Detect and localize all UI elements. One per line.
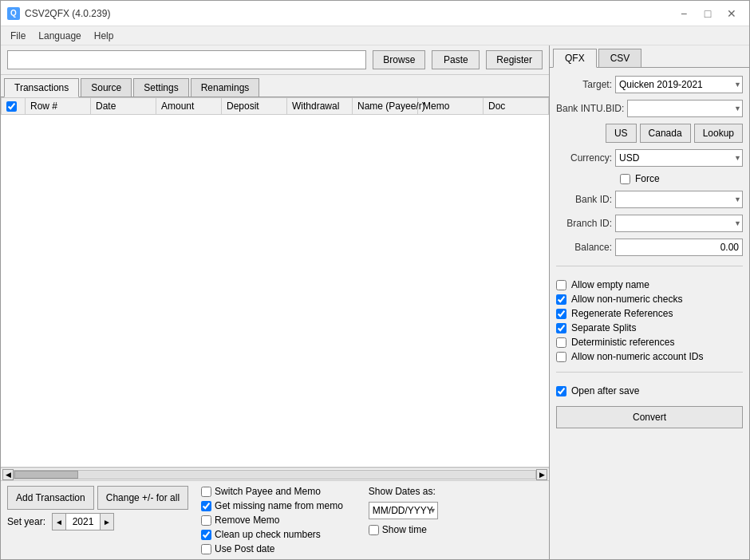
set-year-label: Set year: [7,516,45,527]
col-checkbox[interactable] [2,98,26,115]
bank-intu-bid-select[interactable] [627,100,743,117]
bottom-panel: Add Transaction Change +/- for all Set y… [1,480,549,559]
register-button[interactable]: Register [486,50,543,69]
allow-non-numeric-account-ids-label: Allow non-numeric account IDs [571,351,703,362]
menu-help[interactable]: Help [88,29,120,43]
add-transaction-button[interactable]: Add Transaction [7,486,94,510]
tab-source[interactable]: Source [81,78,132,97]
qfx-content: Target: Quicken 2019-2021 Quicken 2015-2… [550,68,749,559]
scroll-right-btn[interactable]: ▶ [536,469,547,480]
date-format-row: MM/DD/YYYY DD/MM/YYYY YYYY/MM/DD ▼ [369,502,438,519]
horizontal-scrollbar[interactable]: ◀ ▶ [1,467,549,480]
balance-input[interactable]: 0.00 [615,239,743,256]
scrollbar-thumb[interactable] [14,471,78,479]
allow-empty-name-checkbox[interactable] [556,280,566,290]
bank-id-select[interactable] [615,191,743,208]
allow-non-numeric-checks-checkbox[interactable] [556,294,566,305]
option-regenerate-references: Regenerate References [556,308,743,319]
bank-intu-bid-label: Bank INTU.BID: [556,103,624,114]
target-select-wrapper: Quicken 2019-2021 Quicken 2015-2018 Quic… [615,76,743,93]
get-missing-name-checkbox[interactable] [201,501,211,511]
allow-non-numeric-account-ids-checkbox[interactable] [556,352,566,362]
convert-button[interactable]: Convert [556,406,743,428]
tab-settings[interactable]: Settings [133,78,188,97]
left-tabs: Transactions Source Settings Renamings [1,75,549,97]
maximize-button[interactable]: □ [697,5,719,22]
close-button[interactable]: ✕ [720,5,743,22]
top-bar: Browse Paste Register [1,45,549,75]
col-deposit: Deposit [222,98,287,115]
menu-file[interactable]: File [4,29,32,43]
target-label: Target: [556,79,612,90]
action-buttons-row: Add Transaction Change +/- for all [7,486,188,510]
separate-splits-checkbox[interactable] [556,323,566,333]
clean-check-numbers-row: Clean up check numbers [201,529,343,540]
force-checkbox[interactable] [620,174,630,184]
title-bar-left: Q CSV2QFX (4.0.239) [7,7,110,20]
balance-row: Balance: 0.00 [556,239,743,256]
currency-select[interactable]: USD CAD EUR GBP [615,149,743,167]
menu-language[interactable]: Language [32,29,87,43]
select-all-checkbox[interactable] [6,101,17,112]
title-bar: Q CSV2QFX (4.0.239) − □ ✕ [1,1,749,26]
main-content: Browse Paste Register Transactions Sourc… [1,45,749,559]
show-time-checkbox[interactable] [369,525,379,535]
target-select[interactable]: Quicken 2019-2021 Quicken 2015-2018 Quic… [615,76,743,93]
currency-row: Currency: USD CAD EUR GBP ▼ [556,149,743,167]
bank-id-label: Bank ID: [556,194,612,205]
tab-transactions[interactable]: Transactions [4,78,79,97]
menu-bar: File Language Help [1,26,749,45]
deterministic-references-checkbox[interactable] [556,337,566,348]
bottom-date-format: Show Dates as: MM/DD/YYYY DD/MM/YYYY YYY… [369,486,438,535]
branch-id-select[interactable] [615,215,743,232]
option-deterministic-references: Deterministic references [556,337,743,348]
app-icon: Q [7,7,20,20]
change-for-all-button[interactable]: Change +/- for all [97,486,188,510]
minimize-button[interactable]: − [673,5,695,22]
col-amount: Amount [156,98,222,115]
clean-check-numbers-checkbox[interactable] [201,530,211,540]
tab-renamings[interactable]: Renamings [191,78,260,97]
currency-select-wrapper: USD CAD EUR GBP ▼ [615,149,743,167]
file-path-input[interactable] [7,50,366,69]
currency-label: Currency: [556,152,612,164]
right-tab-csv[interactable]: CSV [598,49,642,67]
switch-payee-checkbox[interactable] [201,487,211,497]
scrollbar-track[interactable] [14,470,536,479]
show-time-label: Show time [382,524,427,535]
transactions-table: Row # Date Amount Deposit Withdrawal Nam… [1,97,549,115]
date-format-select[interactable]: MM/DD/YYYY DD/MM/YYYY YYYY/MM/DD [369,502,438,519]
window-title: CSV2QFX (4.0.239) [25,8,110,19]
browse-button[interactable]: Browse [373,50,425,69]
canada-button[interactable]: Canada [640,124,691,143]
use-post-date-label: Use Post date [215,543,274,554]
lookup-button[interactable]: Lookup [694,124,743,143]
force-row: Force [556,173,743,184]
col-date: Date [91,98,156,115]
target-row: Target: Quicken 2019-2021 Quicken 2015-2… [556,76,743,93]
clean-check-numbers-label: Clean up check numbers [215,529,321,540]
switch-payee-row: Switch Payee and Memo [201,486,343,497]
allow-non-numeric-checks-label: Allow non-numeric checks [571,294,682,305]
show-time-row: Show time [369,524,438,535]
scroll-left-btn[interactable]: ◀ [2,469,14,480]
year-prev-btn[interactable]: ◄ [52,513,66,530]
deterministic-references-label: Deterministic references [571,337,674,348]
us-button[interactable]: US [606,124,637,143]
use-post-date-checkbox[interactable] [201,544,211,554]
branch-id-wrapper: ▼ [615,215,743,232]
regenerate-references-checkbox[interactable] [556,309,566,319]
year-next-btn[interactable]: ► [100,513,114,530]
col-withdrawal: Withdrawal [287,98,353,115]
options-section: Allow empty name Allow non-numeric check… [556,279,743,362]
bank-intu-bid-wrapper: ▼ [627,100,743,117]
transactions-table-container[interactable]: Row # Date Amount Deposit Withdrawal Nam… [1,97,549,467]
paste-button[interactable]: Paste [432,50,480,69]
date-format-select-wrapper: MM/DD/YYYY DD/MM/YYYY YYYY/MM/DD ▼ [369,502,438,519]
divider-1 [556,266,743,266]
right-tab-qfx[interactable]: QFX [553,49,597,68]
right-panel: QFX CSV Target: Quicken 2019-2021 Quicke… [550,45,749,559]
divider-2 [556,372,743,373]
remove-memo-checkbox[interactable] [201,515,211,526]
open-after-save-checkbox[interactable] [556,386,566,396]
